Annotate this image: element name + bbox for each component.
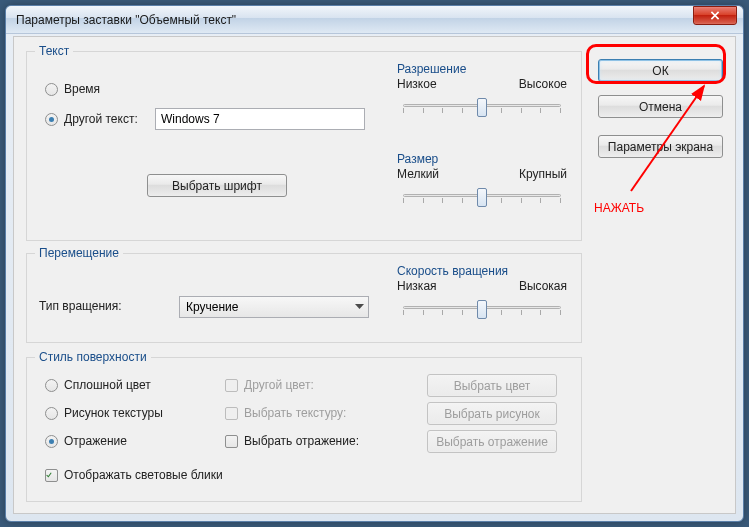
- check-highlights[interactable]: Отображать световые блики: [45, 468, 223, 482]
- slider-size: Размер Мелкий Крупный: [397, 152, 567, 208]
- choose-image-label: Выбрать рисунок: [444, 407, 540, 421]
- display-params-button[interactable]: Параметры экрана: [598, 135, 723, 158]
- check-custom-texture: Выбрать текстуру:: [225, 406, 346, 420]
- slider-size-low: Мелкий: [397, 167, 439, 181]
- slider-speed-low: Низкая: [397, 279, 437, 293]
- slider-speed-high: Высокая: [519, 279, 567, 293]
- check-highlights-label: Отображать световые блики: [64, 468, 223, 482]
- radio-solid-label: Сплошной цвет: [64, 378, 151, 392]
- client-area: Текст Время Другой текст: Выбрать шрифт …: [13, 36, 736, 514]
- close-icon: [710, 11, 720, 20]
- radio-solid-color[interactable]: Сплошной цвет: [45, 378, 151, 392]
- slider-size-track[interactable]: [397, 184, 567, 208]
- group-motion: Перемещение Тип вращения: Кручение Скоро…: [26, 253, 582, 343]
- slider-speed: Скорость вращения Низкая Высокая: [397, 264, 567, 320]
- radio-icon: [45, 83, 58, 96]
- titlebar: Параметры заставки "Объемный текст": [6, 6, 743, 34]
- choose-image-button: Выбрать рисунок: [427, 402, 557, 425]
- radio-reflection-label: Отражение: [64, 434, 127, 448]
- check-custom-reflection-label: Выбрать отражение:: [244, 434, 359, 448]
- checkbox-icon: [225, 407, 238, 420]
- check-custom-reflection[interactable]: Выбрать отражение:: [225, 434, 359, 448]
- radio-icon: [45, 113, 58, 126]
- radio-texture-label: Рисунок текстуры: [64, 406, 163, 420]
- radio-icon: [45, 407, 58, 420]
- slider-size-high: Крупный: [519, 167, 567, 181]
- choose-reflection-label: Выбрать отражение: [436, 435, 548, 449]
- ok-label: ОК: [652, 64, 668, 78]
- slider-resolution-low: Низкое: [397, 77, 437, 91]
- choose-color-button: Выбрать цвет: [427, 374, 557, 397]
- group-surface-legend: Стиль поверхности: [35, 350, 151, 364]
- display-params-label: Параметры экрана: [608, 140, 713, 154]
- radio-texture[interactable]: Рисунок текстуры: [45, 406, 163, 420]
- slider-speed-title: Скорость вращения: [397, 264, 567, 278]
- slider-resolution-track[interactable]: [397, 94, 567, 118]
- radio-time-label: Время: [64, 82, 100, 96]
- cancel-label: Отмена: [639, 100, 682, 114]
- chevron-down-icon: [355, 304, 364, 310]
- checkbox-icon: [225, 379, 238, 392]
- custom-text-input[interactable]: [155, 108, 365, 130]
- group-text-legend: Текст: [35, 44, 73, 58]
- check-custom-texture-label: Выбрать текстуру:: [244, 406, 346, 420]
- radio-custom-label: Другой текст:: [64, 112, 138, 126]
- rotation-type-combo[interactable]: Кручение: [179, 296, 369, 318]
- group-surface: Стиль поверхности Сплошной цвет Рисунок …: [26, 357, 582, 502]
- cancel-button[interactable]: Отмена: [598, 95, 723, 118]
- rotation-type-label: Тип вращения:: [39, 299, 122, 313]
- slider-resolution-title: Разрешение: [397, 62, 567, 76]
- choose-reflection-button: Выбрать отражение: [427, 430, 557, 453]
- choose-color-label: Выбрать цвет: [454, 379, 531, 393]
- radio-reflection[interactable]: Отражение: [45, 434, 127, 448]
- slider-resolution-high: Высокое: [519, 77, 567, 91]
- group-text: Текст Время Другой текст: Выбрать шрифт …: [26, 51, 582, 241]
- slider-thumb-icon[interactable]: [477, 188, 487, 207]
- ok-button[interactable]: ОК: [598, 59, 723, 82]
- slider-speed-track[interactable]: [397, 296, 567, 320]
- radio-custom-text[interactable]: Другой текст:: [45, 112, 138, 126]
- choose-font-button[interactable]: Выбрать шрифт: [147, 174, 287, 197]
- dialog-window: Параметры заставки "Объемный текст" Текс…: [5, 5, 744, 522]
- radio-icon: [45, 379, 58, 392]
- checkbox-icon: [45, 469, 58, 482]
- radio-time[interactable]: Время: [45, 82, 100, 96]
- slider-resolution: Разрешение Низкое Высокое: [397, 62, 567, 118]
- window-title: Параметры заставки "Объемный текст": [16, 13, 693, 27]
- rotation-type-value: Кручение: [186, 300, 238, 314]
- slider-thumb-icon[interactable]: [477, 98, 487, 117]
- radio-icon: [45, 435, 58, 448]
- group-motion-legend: Перемещение: [35, 246, 123, 260]
- check-custom-color-label: Другой цвет:: [244, 378, 314, 392]
- checkbox-icon: [225, 435, 238, 448]
- choose-font-label: Выбрать шрифт: [172, 179, 262, 193]
- slider-thumb-icon[interactable]: [477, 300, 487, 319]
- slider-size-title: Размер: [397, 152, 567, 166]
- check-custom-color: Другой цвет:: [225, 378, 314, 392]
- close-button[interactable]: [693, 6, 737, 25]
